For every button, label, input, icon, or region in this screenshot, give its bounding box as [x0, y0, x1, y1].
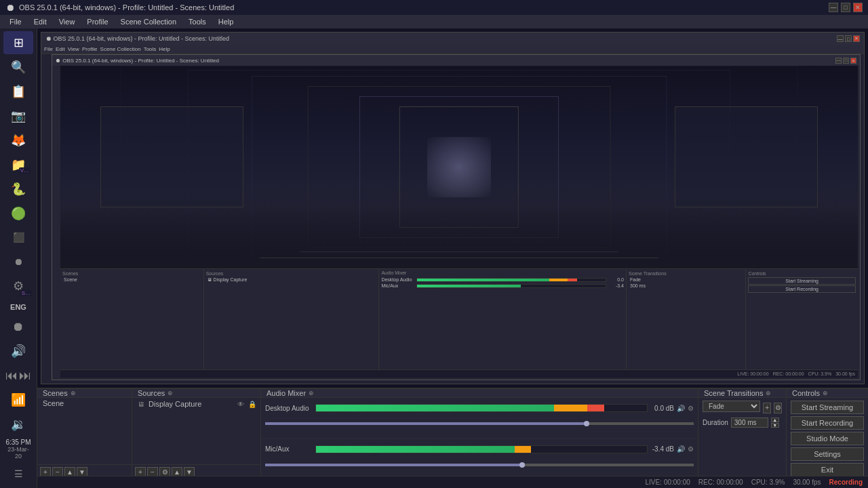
mic-volume-handle[interactable]: [519, 462, 525, 468]
scene-item[interactable]: Scene: [37, 398, 132, 409]
minimize-button[interactable]: —: [829, 3, 838, 12]
nested-max-2[interactable]: □: [843, 58, 849, 64]
menu-tools[interactable]: Tools: [183, 16, 212, 27]
menu-help[interactable]: Help: [213, 16, 239, 27]
nested-menu-view-1[interactable]: View: [68, 46, 79, 52]
cpu-value: 3.9%: [770, 479, 785, 486]
nested-close-1[interactable]: ✕: [853, 35, 860, 42]
controls-expand-btn[interactable]: ⊕: [823, 390, 828, 396]
deep-audio-track-2: Mic/Aux -3.4: [379, 283, 626, 289]
duration-down-btn[interactable]: ▼: [771, 423, 779, 428]
desktop-gear-btn[interactable]: ⚙: [688, 405, 694, 412]
transition-settings-btn[interactable]: ⚙: [774, 403, 782, 413]
duration-label: Duration: [703, 419, 728, 426]
source-lock-icon[interactable]: 🔒: [248, 401, 256, 408]
audio-track-desktop-header: Desktop Audio 0.0 dB 🔊 ⚙: [261, 398, 698, 418]
rec-label: REC:: [698, 479, 715, 486]
taskbar-icon-volume[interactable]: 🔉: [3, 413, 33, 436]
sources-expand-btn[interactable]: ⊕: [167, 390, 173, 396]
desktop-mute-btn[interactable]: 🔊: [677, 405, 685, 412]
deep-scenes-panel: Scenes Scene: [60, 269, 204, 378]
preview-area[interactable]: ⏺ OBS 25.0.1 (64-bit, windows) - Profile…: [37, 28, 868, 388]
taskbar-icon-search[interactable]: 🔍: [3, 56, 33, 79]
deep-audio-meter-1: [416, 278, 606, 282]
taskbar-icon-notification[interactable]: 📋: [3, 80, 33, 103]
transition-add-btn[interactable]: +: [763, 403, 771, 413]
settings-btn[interactable]: Settings: [791, 447, 864, 461]
menu-icon: ☰: [14, 468, 23, 479]
menu-scene-collection[interactable]: Scene Collection: [115, 16, 182, 27]
maximize-button[interactable]: □: [841, 3, 850, 12]
prev-icon: ⏮: [5, 369, 18, 383]
mic-gear-btn[interactable]: ⚙: [688, 445, 694, 453]
mic-volume-slider[interactable]: [265, 464, 694, 466]
sources-header-label: Sources: [138, 389, 165, 397]
image-icon: 🟢: [11, 206, 26, 221]
start-recording-btn[interactable]: Start Recording: [791, 416, 864, 430]
taskbar-icon-code[interactable]: 🐍: [3, 178, 33, 201]
taskbar-icon-audio[interactable]: 🔊: [3, 340, 33, 363]
taskbar-icon-terminal[interactable]: ⬛: [3, 226, 33, 249]
source-item-display[interactable]: 🖥 Display Capture 👁 🔒: [132, 398, 260, 410]
deep-nested-panels: Scenes Scene Sources 🖥 Display Capture A…: [60, 268, 858, 378]
menu-profile[interactable]: Profile: [81, 16, 113, 27]
transition-type-select[interactable]: Fade Cut Swipe: [703, 401, 760, 412]
mic-meter-green: [316, 446, 515, 453]
close-button[interactable]: ✕: [853, 3, 863, 12]
menu-file[interactable]: File: [4, 16, 27, 27]
nested-menu-scenes-1[interactable]: Scene Collection: [100, 46, 141, 52]
taskbar-icon-screen-record[interactable]: ⏺: [3, 315, 33, 338]
taskbar-icon-grid[interactable]: ⊞: [3, 31, 33, 54]
desktop-volume-fill: [265, 422, 587, 425]
nested-min-1[interactable]: —: [837, 35, 844, 42]
nested-menu-help-1[interactable]: Help: [159, 46, 170, 52]
code-icon: 🐍: [11, 182, 26, 197]
exit-btn[interactable]: Exit: [791, 463, 864, 476]
deep-meter-fill-2: [417, 285, 521, 287]
taskbar-icon-wifi[interactable]: 📶: [3, 388, 33, 411]
duration-input[interactable]: [731, 418, 768, 428]
nested-menu-tools-1[interactable]: Tools: [144, 46, 157, 52]
deep-meter-yellow-1: [549, 279, 568, 281]
studio-mode-btn[interactable]: Studio Mode: [791, 432, 864, 445]
deep-meter-fill-1: [417, 279, 549, 281]
mic-mute-btn[interactable]: 🔊: [677, 445, 685, 453]
audio-expand-btn[interactable]: ⊕: [309, 390, 314, 396]
duration-up-btn[interactable]: ▲: [771, 418, 779, 422]
controls-panel: Start Streaming Start Recording Studio M…: [787, 398, 868, 479]
desktop-audio-label: Desktop Audio: [265, 405, 313, 412]
deep-status-rec: REC: 00:00:00: [773, 371, 804, 376]
nested-min-2[interactable]: —: [835, 58, 842, 64]
taskbar-icon-folder[interactable]: 📁 V…: [3, 153, 33, 176]
desktop-volume-slider[interactable]: [265, 422, 694, 425]
transitions-expand-btn[interactable]: ⊕: [766, 390, 771, 396]
nested-close-2[interactable]: ✕: [850, 58, 856, 64]
floor-line-2: [300, 251, 618, 252]
nested-title-text-1: ⏺ OBS 25.0.1 (64-bit, windows) - Profile…: [45, 35, 229, 42]
taskbar-icon-settings[interactable]: ⚙ S…: [3, 274, 33, 298]
nested-menu-profile-1[interactable]: Profile: [82, 46, 98, 52]
sidebar-date: 23-Mar-20: [5, 446, 32, 460]
taskbar-icon-image[interactable]: 🟢: [3, 202, 33, 225]
taskbar-icon-obs[interactable]: ⏺: [3, 250, 33, 273]
nested-max-1[interactable]: □: [845, 35, 852, 42]
taskbar-icon-prev[interactable]: ⏮ ⏭: [3, 364, 33, 387]
nested-obs-2: ⏺ OBS 25.0.1 (64-bit, windows) - Profile…: [52, 54, 861, 380]
start-streaming-btn[interactable]: Start Streaming: [791, 401, 864, 414]
deep-status-cpu: CPU: 3.9%: [808, 371, 832, 376]
scenes-header-label: Scenes: [43, 389, 68, 397]
desktop-volume-handle[interactable]: [584, 421, 589, 426]
taskbar-icon-bottom[interactable]: ☰: [3, 462, 33, 485]
menu-edit[interactable]: Edit: [28, 16, 52, 27]
menu-view[interactable]: View: [54, 16, 81, 27]
wall-panel-left: [100, 106, 244, 208]
taskbar-icon-browser[interactable]: 🦊: [3, 129, 33, 152]
nested-menu-file-1[interactable]: File: [44, 46, 53, 52]
taskbar-icon-camera[interactable]: 📷: [3, 104, 33, 127]
scenes-panel: Scene + − ▲ ▼: [37, 398, 132, 479]
next-icon: ⏭: [19, 369, 31, 383]
nested-menu-edit-1[interactable]: Edit: [56, 46, 65, 52]
source-visibility-toggle[interactable]: 👁: [237, 401, 244, 408]
deep-audio-meter-2: [416, 284, 606, 288]
scenes-expand-btn[interactable]: ⊕: [71, 390, 76, 396]
